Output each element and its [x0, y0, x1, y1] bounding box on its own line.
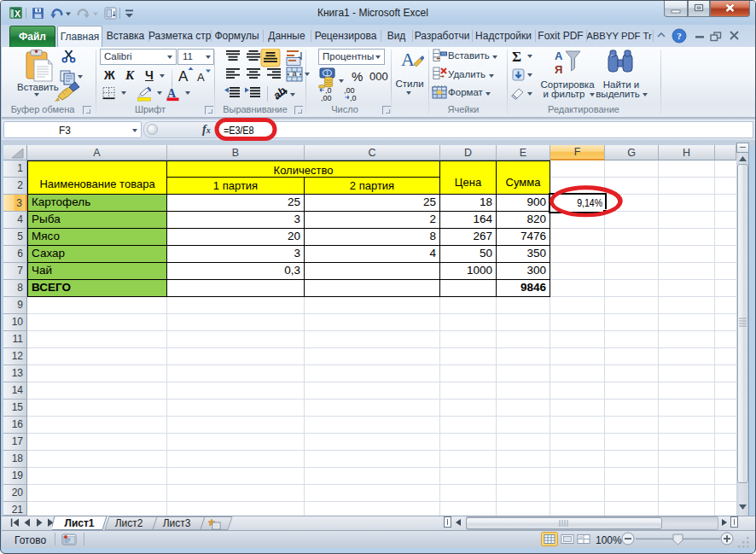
- svg-text:Лист2: Лист2: [115, 517, 143, 529]
- svg-text:Лист3: Лист3: [163, 517, 191, 529]
- svg-text:Лист1: Лист1: [64, 517, 94, 529]
